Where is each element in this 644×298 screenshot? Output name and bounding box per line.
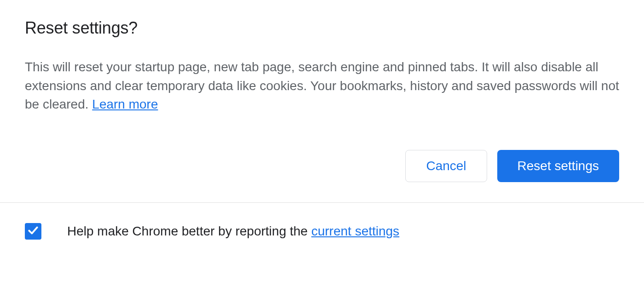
dialog-title: Reset settings? [25,18,619,38]
reset-settings-dialog: Reset settings? This will reset your sta… [0,0,644,202]
dialog-footer: Help make Chrome better by reporting the… [0,203,644,260]
current-settings-link[interactable]: current settings [311,224,399,238]
checkmark-icon [27,224,39,238]
footer-text: Help make Chrome better by reporting the… [67,224,399,239]
dialog-button-row: Cancel Reset settings [25,150,619,202]
footer-text-before: Help make Chrome better by reporting the [67,224,311,238]
report-settings-checkbox[interactable] [25,223,41,240]
dialog-description: This will reset your startup page, new t… [25,58,619,114]
cancel-button[interactable]: Cancel [405,150,487,182]
learn-more-link[interactable]: Learn more [92,97,158,111]
reset-settings-button[interactable]: Reset settings [497,150,619,182]
